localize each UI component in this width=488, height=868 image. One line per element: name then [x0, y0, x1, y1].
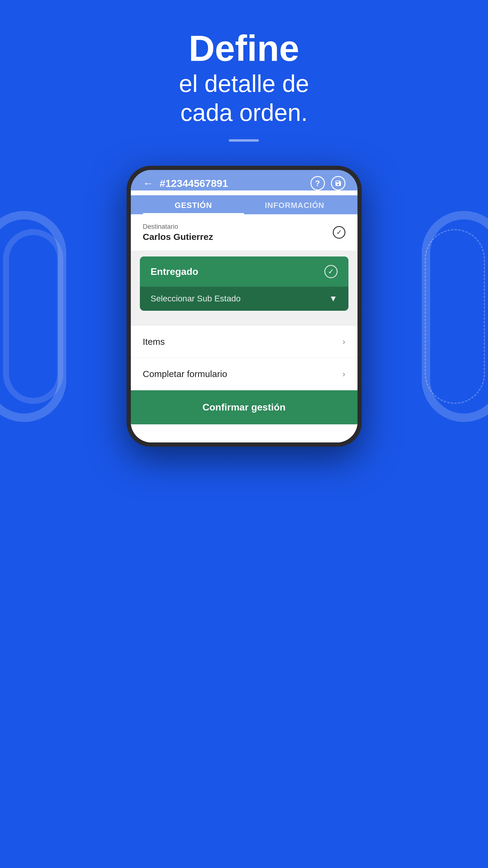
back-arrow-icon[interactable]: ← [143, 177, 154, 190]
order-number: #12344567891 [160, 178, 228, 189]
subtitle-line1: el detalle de [179, 70, 309, 97]
save-icon[interactable] [331, 176, 345, 190]
destinatario-name: Carlos Gutierrez [143, 232, 213, 242]
destinatario-check-icon: ✓ [333, 226, 345, 239]
header-subtitle: el detalle de cada orden. [179, 69, 309, 127]
header-divider [229, 139, 259, 142]
tab-gestion[interactable]: GESTIÓN [143, 195, 244, 214]
header-section: Define el detalle de cada orden. [179, 30, 309, 142]
phone-wrapper: ← #12344567891 ? GESTIÓN [127, 166, 362, 447]
arc-right-dashed [425, 229, 485, 404]
arc-right [422, 211, 488, 422]
tabs: GESTIÓN INFORMACIÓN [131, 195, 358, 214]
list-item-items-label: Items [143, 337, 165, 347]
status-section[interactable]: Entregado ✓ Seleccionar Sub Estado ▼ [140, 256, 348, 311]
dropdown-arrow-icon: ▼ [329, 294, 338, 304]
status-sub[interactable]: Seleccionar Sub Estado ▼ [140, 287, 348, 311]
items-chevron-icon: › [342, 337, 345, 347]
help-icon[interactable]: ? [310, 176, 325, 190]
destinatario-info: Destinatario Carlos Gutierrez [143, 223, 213, 242]
subtitle-line2: cada orden. [180, 99, 308, 126]
header-icons: ? [310, 176, 345, 190]
destinatario-label: Destinatario [143, 223, 213, 230]
list-item-formulario-label: Completar formulario [143, 369, 227, 379]
destinatario-card: Destinatario Carlos Gutierrez ✓ [131, 214, 358, 250]
status-sub-placeholder: Seleccionar Sub Estado [151, 294, 241, 304]
section-spacer [131, 317, 358, 326]
list-item-formulario[interactable]: Completar formulario › [131, 358, 358, 390]
phone-bottom-area [131, 424, 358, 442]
status-check-icon: ✓ [324, 265, 338, 278]
list-item-items[interactable]: Items › [131, 326, 358, 358]
status-main-text: Entregado [151, 266, 199, 277]
app-header-left: ← #12344567891 [143, 177, 228, 190]
confirm-button-label: Confirmar gestión [203, 402, 286, 412]
confirm-button[interactable]: Confirmar gestión [131, 390, 358, 424]
phone-outer: ← #12344567891 ? GESTIÓN [127, 166, 362, 447]
arc-left-inner [3, 229, 63, 404]
app-body: Destinatario Carlos Gutierrez ✓ Entregad… [131, 214, 358, 442]
phone-inner: ← #12344567891 ? GESTIÓN [131, 170, 358, 442]
app-header: ← #12344567891 ? [131, 170, 358, 190]
arc-left [0, 211, 66, 422]
formulario-chevron-icon: › [342, 369, 345, 379]
status-main[interactable]: Entregado ✓ [140, 256, 348, 287]
header-define: Define [179, 30, 309, 66]
tab-informacion[interactable]: INFORMACIÓN [244, 195, 345, 214]
